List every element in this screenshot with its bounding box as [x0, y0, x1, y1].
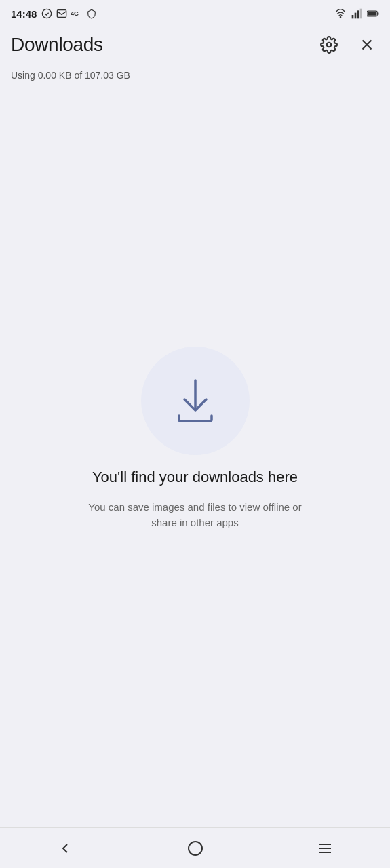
svg-rect-9	[368, 12, 376, 16]
svg-rect-7	[360, 9, 362, 19]
menu-icon	[317, 840, 333, 856]
close-icon	[358, 36, 376, 54]
home-button[interactable]	[130, 828, 260, 868]
back-icon	[57, 840, 73, 856]
svg-rect-4	[352, 15, 354, 18]
status-icons-left: 4G	[41, 7, 98, 20]
close-button[interactable]	[355, 33, 379, 57]
empty-state-title: You'll find your downloads here	[92, 469, 298, 486]
svg-rect-1	[58, 10, 66, 18]
signal-4g-icon: 4G	[71, 7, 83, 20]
wifi-icon	[334, 7, 347, 20]
page-title: Downloads	[11, 34, 103, 56]
battery-icon	[367, 7, 379, 20]
gear-icon	[320, 36, 338, 54]
empty-icon-circle	[141, 347, 250, 455]
status-bar-left: 14:48 4G	[11, 7, 98, 20]
menu-button[interactable]	[260, 828, 390, 868]
bottom-nav	[0, 827, 390, 868]
storage-text: Using 0.00 KB of 107.03 GB	[11, 70, 130, 81]
svg-point-0	[43, 9, 52, 18]
app-header: Downloads	[0, 27, 390, 65]
email-icon	[56, 7, 68, 20]
status-bar-right	[334, 7, 379, 20]
status-time: 14:48	[11, 8, 37, 20]
svg-rect-5	[355, 13, 357, 19]
status-bar: 14:48 4G	[0, 0, 390, 27]
home-icon	[187, 840, 203, 856]
svg-point-11	[327, 43, 332, 47]
storage-info: Using 0.00 KB of 107.03 GB	[0, 65, 390, 90]
svg-rect-6	[357, 10, 359, 18]
shield-icon	[85, 7, 98, 20]
svg-point-3	[340, 17, 340, 18]
header-actions	[317, 33, 379, 57]
svg-point-15	[189, 842, 202, 855]
main-content: You'll find your downloads here You can …	[0, 90, 390, 827]
svg-rect-10	[377, 12, 378, 14]
empty-state-subtitle: You can save images and files to view of…	[87, 500, 304, 530]
download-icon	[168, 374, 222, 428]
check-circle-icon	[41, 7, 53, 20]
empty-state: You'll find your downloads here You can …	[87, 347, 304, 530]
signal-bars-icon	[351, 7, 363, 20]
svg-text:4G: 4G	[71, 10, 79, 17]
settings-button[interactable]	[317, 33, 341, 57]
back-button[interactable]	[0, 828, 130, 868]
